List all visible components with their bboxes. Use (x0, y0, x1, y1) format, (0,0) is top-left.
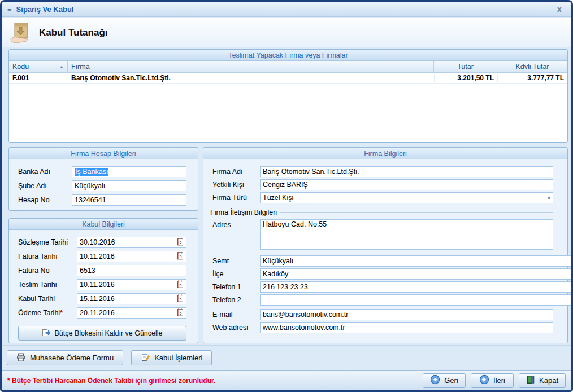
ilce-input[interactable] (260, 268, 573, 280)
ileri-label: İleri (493, 376, 505, 385)
account-panel-title: Firma Hesap Bilgileri (9, 148, 198, 159)
kabul-tarihi-input[interactable]: 15.11.2016 5 (77, 293, 186, 304)
table-row[interactable]: F.001 Barış Otomotiv San.Tic.Ltd.Şti. 3.… (9, 73, 567, 84)
kabul-tarihi-label: Kabul Tarihi (18, 295, 77, 303)
web-adresi-input[interactable] (260, 322, 553, 333)
sozlesme-tarihi-label: Sözleşme Tarihi (18, 238, 77, 246)
firma-turu-label: Firma Türü (212, 194, 260, 202)
fatura-tarihi-value: 10.11.2016 (80, 252, 176, 260)
table-empty-area (9, 84, 567, 142)
fatura-no-input[interactable] (77, 265, 186, 276)
fatura-tarihi-input[interactable]: 10.11.2016 5 (77, 251, 186, 262)
cell-firma: Barış Otomotiv San.Tic.Ltd.Şti. (68, 74, 434, 82)
budget-unblock-update-button[interactable]: Bütçe Blokesini Kaldır ve Güncelle (18, 326, 186, 341)
column-header-tutar-label: Tutar (457, 63, 474, 71)
banka-adi-selected-text: İş Bankası (75, 168, 108, 176)
hesap-no-input[interactable] (72, 194, 186, 206)
firm-table-group: Teslimat Yapacak Firma veya Firmalar Kod… (8, 49, 568, 143)
teslim-tarihi-value: 10.11.2016 (80, 281, 176, 289)
odeme-tarihi-value: 20.11.2016 (80, 309, 176, 317)
forward-arrow-icon (479, 374, 489, 386)
firma-turu-value: Tüzel Kişi (263, 194, 548, 202)
cell-tutar: 3.201,50 TL (434, 74, 497, 82)
muhasebe-odeme-formu-label: Muhasebe Ödeme Formu (30, 354, 114, 362)
ileri-button[interactable]: İleri (471, 373, 514, 388)
telefon2-input[interactable] (260, 294, 573, 306)
calendar-icon[interactable]: 5 (176, 294, 184, 304)
sube-adi-input[interactable] (72, 180, 186, 191)
budget-update-button-label: Bütçe Blokesini Kaldır ve Güncelle (54, 329, 162, 337)
calendar-icon[interactable]: 5 (176, 280, 184, 290)
geri-button[interactable]: Geri (423, 373, 466, 388)
footer-bar: * Bütçe Tertibi Harcanan Ödenek Takibi i… (2, 370, 571, 390)
odeme-tarihi-label: Ödeme Tarihi* (18, 309, 77, 317)
svg-text:5: 5 (180, 297, 182, 301)
firm-table-header: Kodu ▲ Fırma Tutar Kdvli Tutar (9, 61, 567, 73)
column-header-tutar[interactable]: Tutar (434, 61, 497, 72)
sort-ascending-icon: ▲ (59, 64, 64, 69)
adres-label: Adres (212, 219, 260, 229)
contact-fieldset-title: Firma İletişim Bilgileri (210, 208, 553, 216)
close-icon[interactable]: x (553, 5, 566, 14)
semt-input[interactable] (260, 255, 573, 267)
company-info-panel: Firma Bilgileri Firma Adı Yetkili Kişi F… (203, 147, 568, 343)
svg-text:5: 5 (180, 241, 182, 245)
fatura-no-label: Fatura No (18, 267, 77, 275)
dialog-siparis-ve-kabul: ≡ Sipariş Ve Kabul x Kabul Tutanağı Tesl… (0, 0, 573, 392)
required-asterisk: * (60, 309, 63, 317)
telefon1-input[interactable] (260, 281, 573, 293)
page-header: Kabul Tutanağı (2, 18, 571, 47)
yetkili-kisi-input[interactable] (260, 179, 553, 190)
semt-label: Semt (212, 257, 260, 265)
kabul-islemleri-button[interactable]: Kabul İşlemleri (131, 350, 212, 365)
teslim-tarihi-input[interactable]: 10.11.2016 5 (77, 279, 186, 290)
email-label: E-mail (212, 311, 260, 319)
page-title: Kabul Tutanağı (39, 27, 108, 38)
calendar-icon[interactable]: 5 (176, 251, 184, 262)
ilce-label: İlçe (212, 270, 260, 278)
teslim-tarihi-label: Teslim Tarihi (18, 281, 77, 289)
adres-textarea[interactable]: Hatboyu Cad. No:55 (260, 219, 553, 250)
kapat-button[interactable]: Kapat (519, 373, 566, 388)
kabul-tarihi-value: 15.11.2016 (80, 295, 176, 303)
account-info-panel: Firma Hesap Bilgileri Banka Adı İş Banka… (8, 147, 198, 211)
sozlesme-tarihi-input[interactable]: 30.10.2016 5 (77, 237, 186, 248)
svg-text:5: 5 (180, 311, 182, 315)
muhasebe-odeme-formu-button[interactable]: Muhasebe Ödeme Formu (7, 350, 123, 365)
fatura-tarihi-label: Fatura Tarihi (18, 252, 77, 260)
column-header-firma-label: Fırma (71, 63, 90, 71)
exit-door-icon (526, 375, 535, 386)
column-header-kdvli-tutar[interactable]: Kdvli Tutar (497, 61, 567, 72)
calendar-icon[interactable]: 5 (176, 308, 184, 318)
odeme-tarihi-input[interactable]: 20.11.2016 5 (77, 307, 186, 319)
hesap-no-label: Hesap No (18, 196, 72, 204)
required-note: * Bütçe Tertibi Harcanan Ödenek Takibi i… (7, 377, 215, 385)
column-header-kdvli-label: Kdvli Tutar (515, 63, 549, 71)
column-header-firma[interactable]: Fırma (68, 61, 434, 72)
cell-kodu: F.001 (9, 74, 68, 82)
firm-table-group-title: Teslimat Yapacak Firma veya Firmalar (9, 50, 567, 61)
window-menu-icon[interactable]: ≡ (7, 5, 12, 14)
yetkili-kisi-label: Yetkili Kişi (212, 181, 260, 189)
firma-turu-dropdown[interactable]: Tüzel Kişi ▾ (260, 192, 553, 203)
acceptance-info-panel: Kabul Bilgileri Sözleşme Tarihi 30.10.20… (8, 218, 198, 343)
action-bar: Muhasebe Ödeme Formu Kabul İşlemleri (2, 345, 571, 370)
firma-adi-label: Firma Adı (212, 168, 260, 176)
calendar-icon[interactable]: 5 (176, 237, 184, 247)
budget-update-icon (42, 329, 51, 338)
cell-kdvli-tutar: 3.777,77 TL (497, 74, 567, 82)
svg-text:5: 5 (180, 283, 182, 287)
firma-adi-input[interactable] (260, 166, 553, 177)
window-title: Sipariş Ve Kabul (16, 5, 74, 14)
sozlesme-tarihi-value: 30.10.2016 (80, 238, 176, 246)
notepad-pencil-icon (141, 353, 150, 363)
email-input[interactable] (260, 309, 553, 320)
banka-adi-input[interactable]: İş Bankası (72, 166, 186, 177)
sube-adi-label: Şube Adı (18, 182, 72, 190)
telefon2-label: Telefon 2 (212, 296, 260, 304)
web-adresi-label: Web adresi (212, 324, 260, 332)
column-header-kodu-label: Kodu (12, 63, 29, 71)
telefon1-label: Telefon 1 (212, 283, 260, 291)
column-header-kodu[interactable]: Kodu ▲ (9, 61, 68, 72)
banka-adi-label: Banka Adı (18, 168, 72, 176)
